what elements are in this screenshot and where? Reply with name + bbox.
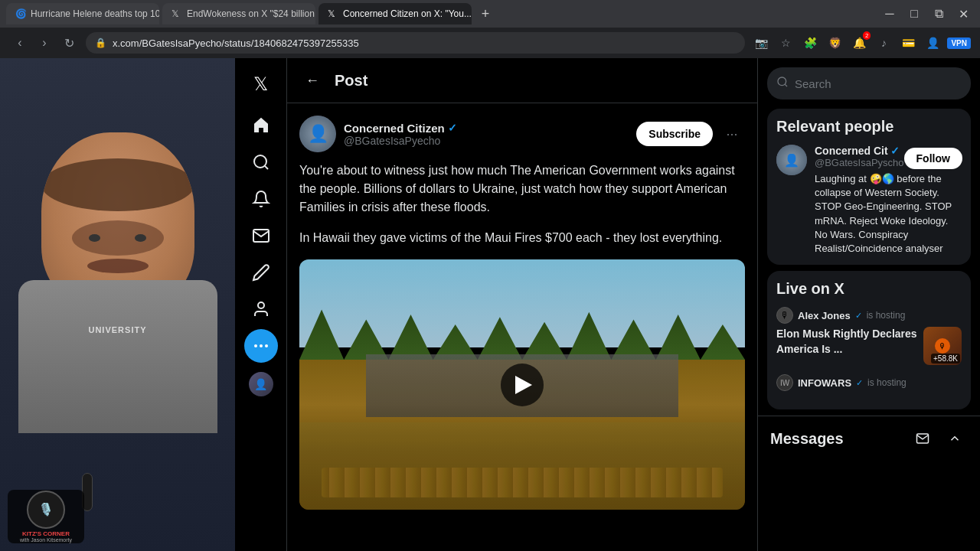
tab-2-label: EndWokeness on X "$24 billion ... [187, 8, 315, 19]
live-title-1: Elon Musk Rightly Declares America Is ..… [776, 327, 917, 357]
live-item-1: 🎙 Alex Jones ✓ is hosting Elon Musk Righ… [776, 307, 962, 365]
wallet-icon[interactable]: 💳 [898, 33, 918, 53]
relevant-people-section: Relevant people 👤 Concerned Cit ✓ @BGate… [767, 109, 971, 265]
svg-point-6 [778, 77, 786, 86]
music-icon[interactable]: ♪ [874, 33, 893, 53]
post-header: ← Post [287, 58, 757, 103]
notification-badge[interactable]: 🔔2 [849, 33, 869, 53]
live-count-1: +58.8K [931, 354, 960, 364]
live-section-title: Live on X [776, 280, 962, 298]
eyes [72, 220, 164, 256]
play-button[interactable] [501, 364, 544, 406]
post-paragraph-1: You're about to witness just how much Th… [299, 161, 745, 217]
live-host-verified-2: ✓ [856, 378, 863, 388]
right-eye [135, 234, 146, 242]
tab-2[interactable]: 𝕏 EndWokeness on X "$24 billion ... ✕ [162, 3, 315, 24]
post-author: 👤 Concerned Citizen ✓ @BGatesIsaPyecho S… [299, 116, 745, 152]
tab-2-favicon: 𝕏 [172, 8, 182, 19]
search-icon [776, 76, 789, 91]
sidebar-more[interactable] [244, 329, 278, 363]
x-logo[interactable]: 𝕏 [246, 66, 276, 103]
back-button[interactable]: ← [299, 67, 325, 93]
person-avatar: 👤 [776, 145, 807, 175]
brave-icon[interactable]: 🦁 [825, 33, 844, 53]
extension-icon[interactable]: 🧩 [800, 33, 820, 53]
person-verified: ✓ [890, 145, 900, 157]
logo-text: KITZ'S CORNER with Jason Kitsemorty [20, 530, 72, 543]
search-input[interactable] [795, 77, 962, 90]
post-area: ← Post 👤 Concerned Citizen ✓ @BGatesIsaP… [287, 58, 758, 551]
post-content: 👤 Concerned Citizen ✓ @BGatesIsaPyecho S… [287, 103, 757, 522]
author-avatar: 👤 [299, 116, 336, 152]
sidebar-write[interactable] [244, 256, 278, 289]
restore-button[interactable]: ⧉ [928, 3, 949, 24]
webcam-feed: UNIVERSITY 🎙️ KITZ'S CORNER with Jason K… [0, 58, 235, 551]
relevant-people-title: Relevant people [776, 118, 962, 135]
back-button[interactable]: ‹ [9, 32, 31, 54]
close-button[interactable]: ✕ [952, 3, 974, 24]
svg-line-1 [264, 166, 267, 169]
sidebar-messages[interactable] [244, 219, 278, 253]
svg-point-5 [265, 344, 268, 347]
tab-1[interactable]: 🌀 Hurricane Helene deaths top 100 in... … [6, 3, 159, 24]
follow-button[interactable]: Follow [904, 148, 962, 169]
tab-1-favicon: 🌀 [15, 8, 26, 19]
live-content-1: Elon Musk Rightly Declares America Is ..… [776, 327, 962, 365]
person-info: Concerned Cit ✓ @BGatesIsaPyscho Follow … [815, 145, 962, 256]
user-avatar[interactable]: 👤 [249, 372, 273, 396]
post-text: You're about to witness just how much Th… [299, 161, 745, 247]
url-bar[interactable]: 🔒 x.com/BGatesIsaPyecho/status/184068247… [86, 32, 745, 54]
live-status-1: is hosting [867, 310, 906, 321]
messages-title: Messages [770, 430, 844, 448]
sidebar-notifications[interactable] [244, 182, 278, 216]
person-handle: @BGatesIsaPyscho [815, 157, 904, 168]
messages-compose-icon[interactable] [910, 425, 936, 452]
window-controls: ─ □ ⧉ ✕ [879, 3, 974, 24]
screenshot-icon[interactable]: 📷 [751, 33, 771, 53]
sidebar-explore[interactable] [244, 145, 278, 179]
tab-3-label: Concerned Citizen on X: "You... [343, 8, 472, 19]
messages-chevron-icon[interactable] [942, 425, 968, 452]
maximize-button[interactable]: □ [903, 3, 925, 24]
tab-bar: 🌀 Hurricane Helene deaths top 100 in... … [0, 0, 980, 28]
tab-3-favicon: 𝕏 [328, 8, 338, 19]
minimize-button[interactable]: ─ [879, 3, 900, 24]
live-host-avatar-2: IW [776, 374, 793, 391]
nav-buttons: ‹ › ↻ [9, 32, 80, 54]
svg-point-3 [254, 344, 257, 347]
messages-bar: Messages [758, 416, 980, 461]
author-info: Concerned Citizen ✓ @BGatesIsaPyecho [344, 122, 636, 147]
bookmark-icon[interactable]: ☆ [776, 33, 795, 53]
relevant-person: 👤 Concerned Cit ✓ @BGatesIsaPyscho Follo… [776, 145, 962, 256]
play-icon [515, 376, 532, 394]
forward-button[interactable]: › [34, 32, 55, 54]
page-layout: UNIVERSITY 🎙️ KITZ'S CORNER with Jason K… [0, 58, 980, 551]
refresh-button[interactable]: ↻ [58, 32, 80, 54]
verified-badge: ✓ [448, 122, 457, 134]
live-item-2: IW INFOWARS ✓ is hosting [776, 374, 962, 391]
logo-overlay: 🎙️ KITZ'S CORNER with Jason Kitsemorty [8, 490, 84, 543]
search-box[interactable] [767, 67, 971, 99]
mouth [87, 259, 149, 272]
live-host-avatar-1: 🎙 [776, 307, 793, 324]
svg-point-2 [258, 302, 264, 308]
subscribe-button[interactable]: Subscribe [636, 122, 713, 146]
x-sidebar: 𝕏 👤 [235, 58, 287, 551]
sidebar-home[interactable] [244, 109, 278, 142]
more-options-button[interactable]: ··· [719, 121, 745, 147]
address-bar: ‹ › ↻ 🔒 x.com/BGatesIsaPyecho/status/184… [0, 28, 980, 58]
post-video[interactable] [299, 259, 745, 510]
live-host-name-1: Alex Jones [798, 310, 851, 321]
post-paragraph-2: In Hawaii they gave victims of the Maui … [299, 229, 745, 247]
live-host-2: IW INFOWARS ✓ is hosting [776, 374, 962, 391]
sidebar-profile[interactable] [244, 292, 278, 326]
live-host-name-2: INFOWARS [798, 377, 851, 389]
tab-3[interactable]: 𝕏 Concerned Citizen on X: "You... ✕ [318, 3, 472, 24]
live-thumb-1[interactable]: 🎙 +58.8K [923, 327, 962, 365]
post-actions: Subscribe ··· [636, 121, 745, 147]
messages-actions [910, 425, 968, 452]
new-tab-button[interactable]: + [475, 3, 496, 24]
profile-icon[interactable]: 👤 [923, 33, 942, 53]
shirt-text: UNIVERSITY [49, 315, 187, 345]
author-handle: @BGatesIsaPyecho [344, 135, 636, 147]
